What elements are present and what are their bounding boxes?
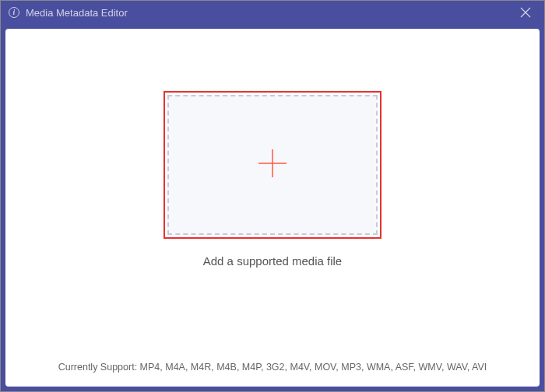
drop-highlight — [164, 91, 382, 239]
content-area: Add a supported media file Currently Sup… — [5, 29, 540, 387]
window: i Media Metadata Editor Add a supported … — [0, 0, 545, 392]
support-text: Currently Support: MP4, M4A, M4R, M4B, M… — [5, 362, 540, 373]
drop-zone[interactable] — [167, 95, 378, 235]
titlebar: i Media Metadata Editor — [1, 1, 544, 24]
close-icon — [520, 7, 531, 18]
instruction-text: Add a supported media file — [203, 254, 342, 268]
close-button[interactable] — [515, 2, 536, 23]
titlebar-left: i Media Metadata Editor — [9, 7, 515, 19]
plus-icon — [255, 146, 290, 184]
info-icon: i — [9, 7, 19, 18]
window-title: Media Metadata Editor — [26, 7, 128, 19]
